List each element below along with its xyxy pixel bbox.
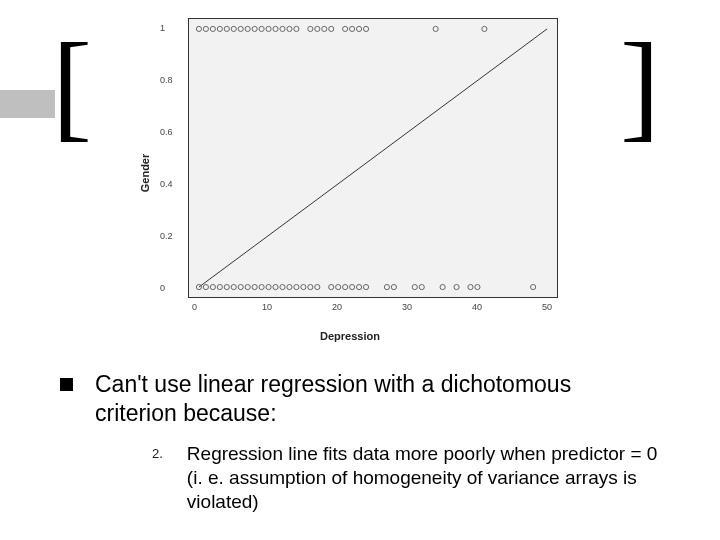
chart-plot-area (188, 18, 558, 298)
svg-point-3 (210, 284, 215, 289)
svg-point-13 (280, 284, 285, 289)
svg-point-45 (273, 26, 278, 31)
svg-point-24 (363, 284, 368, 289)
svg-point-20 (336, 284, 341, 289)
chart-y-tick: 0.6 (160, 127, 173, 137)
svg-point-53 (343, 26, 348, 31)
decor-left-bracket: [ (52, 26, 92, 146)
svg-point-30 (454, 284, 459, 289)
svg-point-31 (468, 284, 473, 289)
svg-point-38 (224, 26, 229, 31)
svg-point-4 (217, 284, 222, 289)
svg-point-9 (252, 284, 257, 289)
sub-bullet-item: 2. Regression line fits data more poorly… (152, 442, 680, 515)
svg-point-51 (322, 26, 327, 31)
svg-point-34 (196, 26, 201, 31)
chart-x-tick: 20 (332, 302, 342, 312)
svg-point-37 (217, 26, 222, 31)
svg-point-44 (266, 26, 271, 31)
svg-point-2 (203, 284, 208, 289)
svg-point-41 (245, 26, 250, 31)
svg-point-58 (482, 26, 487, 31)
chart-y-tick: 1 (160, 23, 165, 33)
decor-gray-bar (0, 90, 55, 118)
chart-x-tick: 40 (472, 302, 482, 312)
svg-point-56 (363, 26, 368, 31)
svg-point-7 (238, 284, 243, 289)
svg-point-5 (224, 284, 229, 289)
svg-point-36 (210, 26, 215, 31)
chart-x-tick: 10 (262, 302, 272, 312)
svg-point-48 (294, 26, 299, 31)
svg-point-29 (440, 284, 445, 289)
svg-point-40 (238, 26, 243, 31)
svg-point-33 (531, 284, 536, 289)
svg-point-54 (350, 26, 355, 31)
svg-point-11 (266, 284, 271, 289)
chart-y-tick: 0 (160, 283, 165, 293)
chart-y-axis-label: Gender (139, 154, 151, 193)
chart-x-axis-label: Depression (130, 330, 570, 342)
svg-line-0 (199, 29, 547, 287)
bullet-item: Can't use linear regression with a dicho… (60, 370, 680, 428)
svg-point-39 (231, 26, 236, 31)
svg-point-35 (203, 26, 208, 31)
svg-point-22 (350, 284, 355, 289)
svg-point-8 (245, 284, 250, 289)
svg-point-16 (301, 284, 306, 289)
svg-point-26 (391, 284, 396, 289)
svg-point-50 (315, 26, 320, 31)
svg-point-43 (259, 26, 264, 31)
notes-block: Can't use linear regression with a dicho… (60, 370, 680, 514)
svg-point-52 (329, 26, 334, 31)
chart: Gender 00.20.40.60.81 01020304050 Depres… (130, 8, 570, 338)
chart-x-tick: 30 (402, 302, 412, 312)
bullet-main-text: Can't use linear regression with a dicho… (95, 370, 655, 428)
svg-point-21 (343, 284, 348, 289)
svg-point-46 (280, 26, 285, 31)
chart-y-tick: 0.4 (160, 179, 173, 189)
chart-x-tick: 0 (192, 302, 197, 312)
svg-point-17 (308, 284, 313, 289)
chart-x-tick: 50 (542, 302, 552, 312)
svg-point-55 (356, 26, 361, 31)
svg-point-57 (433, 26, 438, 31)
svg-point-10 (259, 284, 264, 289)
chart-y-tick: 0.2 (160, 231, 173, 241)
decor-right-bracket: ] (620, 26, 660, 146)
svg-point-6 (231, 284, 236, 289)
svg-point-32 (475, 284, 480, 289)
chart-y-tick: 0.8 (160, 75, 173, 85)
svg-point-12 (273, 284, 278, 289)
svg-point-14 (287, 284, 292, 289)
svg-point-18 (315, 284, 320, 289)
svg-point-25 (384, 284, 389, 289)
svg-point-47 (287, 26, 292, 31)
svg-point-49 (308, 26, 313, 31)
svg-point-42 (252, 26, 257, 31)
sub-bullet-text: Regression line fits data more poorly wh… (187, 442, 677, 515)
svg-point-27 (412, 284, 417, 289)
chart-svg (189, 19, 557, 297)
sub-bullet-number: 2. (152, 442, 163, 461)
svg-point-19 (329, 284, 334, 289)
svg-point-15 (294, 284, 299, 289)
svg-point-28 (419, 284, 424, 289)
square-bullet-icon (60, 378, 73, 391)
svg-point-23 (356, 284, 361, 289)
